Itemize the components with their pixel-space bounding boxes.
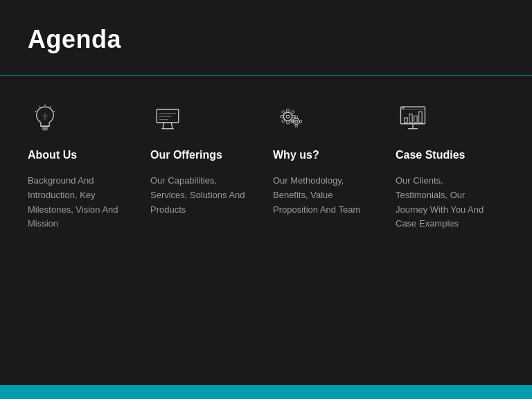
card-why-us: Why us? Our Methodology, Benefits, Value…: [266, 100, 389, 351]
svg-rect-24: [291, 110, 294, 114]
svg-line-8: [35, 111, 36, 112]
bottom-divider: [0, 385, 532, 399]
page-title: Agenda: [28, 25, 504, 54]
top-divider: [0, 75, 532, 76]
svg-rect-23: [281, 110, 285, 114]
card-case-studies-desc: Our Clients, Testimonials, Our Journey W…: [396, 174, 497, 231]
card-about-us: About Us Background And Introduction, Ke…: [21, 100, 143, 351]
gear-icon: [273, 100, 308, 135]
billboard-icon: [150, 100, 185, 135]
svg-point-17: [283, 112, 292, 121]
svg-point-18: [286, 115, 289, 118]
card-our-offerings-title: Our Offerings: [150, 149, 252, 161]
svg-line-11: [163, 123, 164, 129]
svg-rect-36: [405, 118, 407, 123]
bottom-section: About Us Background And Introduction, Ke…: [0, 76, 532, 385]
svg-rect-10: [157, 109, 179, 123]
svg-rect-25: [281, 119, 285, 123]
top-section: Agenda: [0, 0, 532, 75]
card-why-us-title: Why us?: [273, 149, 375, 161]
page-container: Agenda: [0, 0, 532, 399]
bottom-spacer: [21, 351, 511, 364]
svg-rect-30: [295, 125, 298, 127]
svg-point-41: [402, 107, 405, 109]
card-about-us-desc: Background And Introduction, Key Milesto…: [28, 174, 130, 231]
card-case-studies: Case Studies Our Clients, Testimonials, …: [389, 100, 511, 351]
svg-line-7: [54, 111, 55, 112]
card-about-us-title: About Us: [28, 149, 130, 161]
card-case-studies-title: Case Studies: [396, 149, 497, 161]
card-our-offerings-desc: Our Capabilities, Services, Solutions An…: [150, 174, 252, 217]
svg-line-12: [171, 123, 172, 129]
card-our-offerings: Our Offerings Our Capabilities, Services…: [143, 100, 266, 351]
lightbulb-icon: [28, 100, 62, 135]
svg-rect-32: [300, 121, 302, 123]
cards-row: About Us Background And Introduction, Ke…: [21, 100, 511, 351]
svg-rect-29: [295, 116, 298, 118]
svg-point-28: [295, 121, 298, 123]
svg-line-9: [39, 106, 39, 107]
svg-rect-38: [414, 116, 417, 123]
card-why-us-desc: Our Methodology, Benefits, Value Proposi…: [273, 174, 375, 217]
svg-rect-39: [419, 112, 422, 123]
svg-line-6: [51, 106, 51, 107]
presentation-icon: [396, 100, 430, 135]
svg-rect-37: [409, 114, 412, 123]
